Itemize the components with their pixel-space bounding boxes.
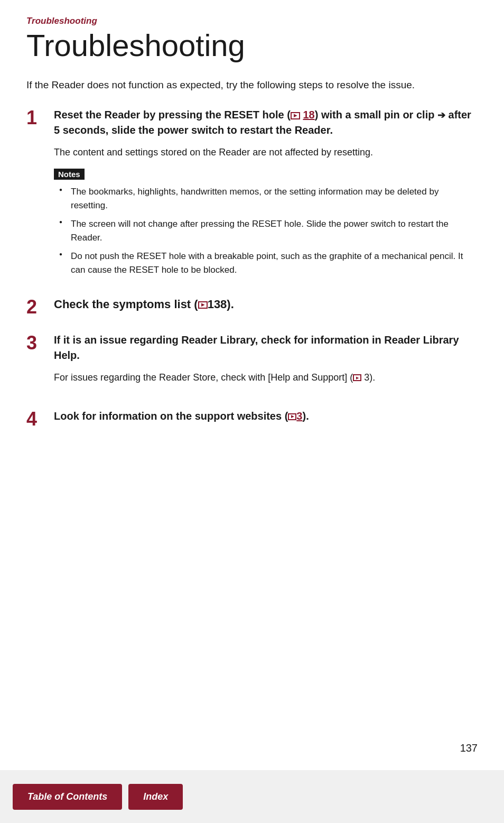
step-2: 2 Check the symptoms list (▶138). [26, 297, 478, 318]
step-3-para: For issues regarding the Reader Store, c… [54, 371, 478, 385]
step-1-content: Reset the Reader by pressing the RESET h… [54, 107, 478, 282]
step-4-heading: Look for information on the support webs… [54, 409, 478, 424]
step-1-link-18[interactable]: 18 [303, 109, 314, 121]
notes-box: Notes The bookmarks, highlights, handwri… [54, 169, 478, 276]
step-2-heading: Check the symptoms list (▶138). [54, 297, 478, 313]
notes-item-2: The screen will not change after pressin… [59, 217, 478, 244]
toc-button[interactable]: Table of Contents [13, 784, 122, 810]
step-4-number: 4 [26, 409, 54, 430]
intro-text: If the Reader does not function as expec… [26, 77, 478, 93]
step-2-link-138[interactable]: 138 [208, 298, 227, 311]
ref-icon-18: ▶ [291, 112, 300, 119]
step-1-number: 1 [26, 107, 54, 128]
step-3-number: 3 [26, 332, 54, 354]
step-3-content: If it is an issue regarding Reader Libra… [54, 332, 478, 394]
breadcrumb: Troubleshooting [26, 16, 478, 26]
step-1-para: The content and settings stored on the R… [54, 145, 478, 160]
ref-icon-138: ▶ [198, 301, 208, 309]
step-4-content: Look for information on the support webs… [54, 409, 478, 431]
step-3-link-3[interactable]: 3 [364, 372, 369, 383]
step-2-content: Check the symptoms list (▶138). [54, 297, 478, 313]
step-4: 4 Look for information on the support we… [26, 409, 478, 431]
page-title: Troubleshooting [26, 29, 478, 62]
page: Troubleshooting Troubleshooting If the R… [0, 0, 504, 823]
notes-list: The bookmarks, highlights, handwritten m… [54, 185, 478, 276]
ref-icon-3b: ▶ [288, 413, 296, 420]
notes-label: Notes [54, 169, 85, 180]
bottom-bar: Table of Contents Index [0, 770, 504, 823]
notes-item-3: Do not push the RESET hole with a breaka… [59, 249, 478, 276]
notes-item-1: The bookmarks, highlights, handwritten m… [59, 185, 478, 212]
step-1-heading: Reset the Reader by pressing the RESET h… [54, 107, 478, 138]
step-1-arrow: ➔ [437, 110, 445, 121]
step-1: 1 Reset the Reader by pressing the RESET… [26, 107, 478, 282]
page-number: 137 [460, 742, 478, 754]
steps-container: 1 Reset the Reader by pressing the RESET… [26, 107, 478, 431]
step-4-link-3[interactable]: 3 [296, 410, 302, 422]
step-2-number: 2 [26, 297, 54, 318]
step-3-heading: If it is an issue regarding Reader Libra… [54, 332, 478, 363]
index-button[interactable]: Index [128, 784, 183, 810]
ref-icon-3a: ▶ [353, 374, 361, 381]
step-3: 3 If it is an issue regarding Reader Lib… [26, 332, 478, 394]
